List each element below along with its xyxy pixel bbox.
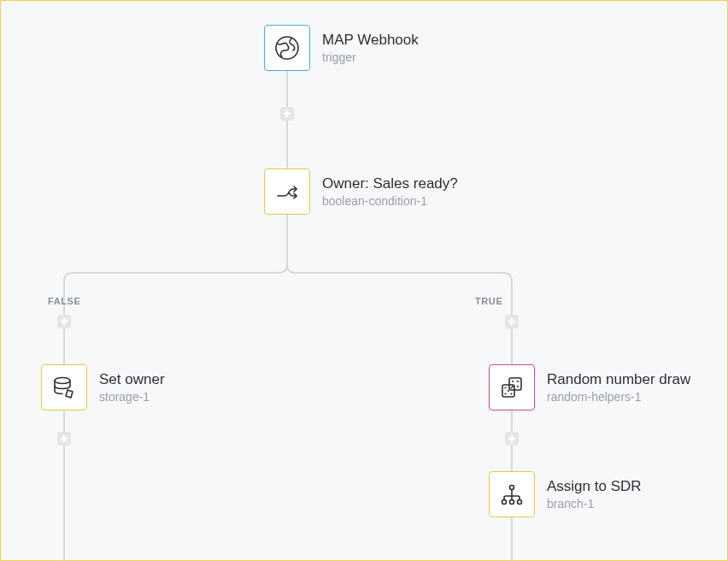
- svg-point-9: [510, 387, 512, 388]
- branch-label-true: TRUE: [475, 296, 502, 306]
- node-title: Set owner: [99, 370, 165, 389]
- node-subtitle: branch-1: [547, 496, 642, 511]
- node-title: Assign to SDR: [547, 477, 642, 496]
- node-title: MAP Webhook: [322, 31, 419, 50]
- globe-icon: [264, 25, 310, 71]
- dice-icon: [489, 364, 535, 410]
- node-subtitle: trigger: [322, 50, 419, 65]
- add-step-button[interactable]: [57, 432, 71, 446]
- svg-point-4: [512, 381, 514, 382]
- node-subtitle: random-helpers-1: [547, 389, 690, 405]
- svg-point-11: [504, 393, 506, 394]
- db-edit-icon: [41, 364, 87, 410]
- tree-icon: [489, 471, 535, 517]
- add-step-button[interactable]: [280, 107, 294, 121]
- node-title: Random number draw: [547, 370, 690, 389]
- add-step-button[interactable]: [57, 315, 71, 328]
- node-set-owner[interactable]: Set owner storage-1: [41, 364, 165, 410]
- svg-point-8: [504, 387, 506, 388]
- svg-point-12: [510, 393, 512, 394]
- workflow-canvas[interactable]: FALSE TRUE MAP Webhook trigger Owner: Sa…: [0, 0, 728, 561]
- node-title: Owner: Sales ready?: [322, 174, 458, 193]
- svg-point-1: [55, 378, 70, 384]
- svg-point-5: [517, 381, 519, 382]
- node-random[interactable]: Random number draw random-helpers-1: [489, 364, 690, 410]
- svg-point-10: [508, 390, 509, 392]
- node-assign[interactable]: Assign to SDR branch-1: [489, 471, 642, 517]
- branch-label-false: FALSE: [48, 296, 80, 306]
- node-subtitle: storage-1: [99, 389, 165, 405]
- split-icon: [264, 168, 310, 215]
- add-step-button[interactable]: [505, 432, 519, 446]
- svg-point-7: [517, 386, 519, 387]
- node-trigger[interactable]: MAP Webhook trigger: [264, 25, 419, 71]
- node-subtitle: boolean-condition-1: [322, 193, 458, 209]
- node-condition[interactable]: Owner: Sales ready? boolean-condition-1: [264, 168, 458, 215]
- add-step-button[interactable]: [505, 315, 519, 328]
